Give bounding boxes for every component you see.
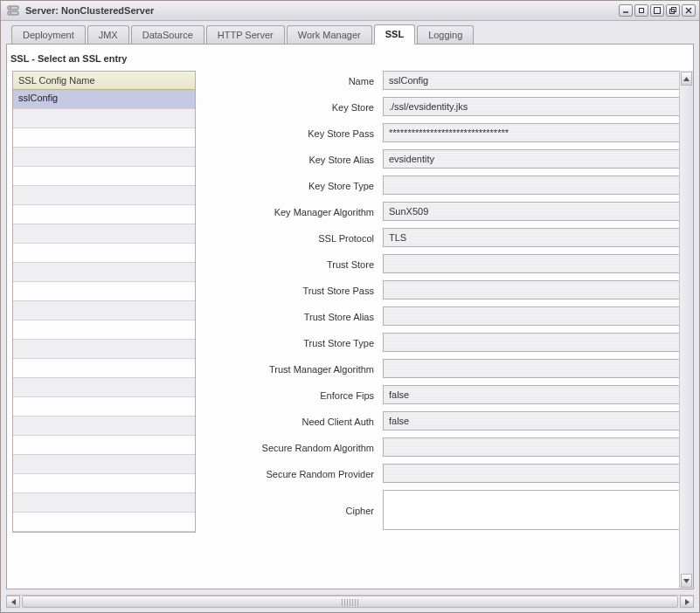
- tab-datasource[interactable]: DataSource: [131, 25, 204, 45]
- form-label: Need Client Auth: [217, 415, 374, 427]
- list-item[interactable]: [13, 513, 195, 532]
- field-key-store[interactable]: [383, 97, 681, 116]
- form-row: Cipher: [217, 490, 681, 530]
- field-key-store-pass[interactable]: [383, 123, 681, 142]
- list-item[interactable]: [13, 493, 195, 513]
- tab-logging[interactable]: Logging: [417, 25, 474, 45]
- field-name[interactable]: [383, 71, 681, 90]
- list-item[interactable]: [13, 417, 195, 436]
- section-title: SSL - Select an SSL entry: [7, 45, 693, 71]
- list-header: SSL Config Name: [13, 72, 195, 90]
- field-key-manager-algorithm[interactable]: [383, 202, 681, 221]
- form-row: Trust Store Type: [217, 333, 681, 352]
- list-item[interactable]: [13, 186, 195, 205]
- svg-marker-14: [685, 599, 690, 605]
- form-label: Key Store Pass: [217, 127, 374, 139]
- maximize-button[interactable]: [650, 4, 664, 17]
- list-item[interactable]: [13, 148, 195, 167]
- form-label: Trust Store Pass: [217, 284, 374, 296]
- form-label: Trust Store Alias: [217, 310, 374, 322]
- form-row: Enforce Fips: [217, 385, 681, 404]
- field-trust-manager-algorithm[interactable]: [383, 359, 681, 378]
- scroll-right-icon[interactable]: [680, 596, 694, 608]
- tab-jmx[interactable]: JMX: [87, 25, 129, 45]
- form-label: Key Manager Algorithm: [217, 205, 374, 217]
- list-item[interactable]: [13, 455, 195, 474]
- field-need-client-auth[interactable]: [383, 411, 681, 430]
- form-label: SSL Protocol: [217, 231, 374, 244]
- list-item[interactable]: sslConfig: [13, 90, 195, 109]
- list-item[interactable]: [13, 205, 195, 224]
- field-secure-random-provider[interactable]: [383, 464, 681, 483]
- detach-button[interactable]: [666, 4, 680, 17]
- tab-work-manager[interactable]: Work Manager: [287, 25, 372, 45]
- form-row: Trust Store Pass: [217, 280, 681, 300]
- form-label: Key Store Alias: [217, 153, 374, 165]
- list-item[interactable]: [13, 244, 195, 263]
- svg-marker-12: [683, 579, 690, 583]
- list-item[interactable]: [13, 263, 195, 282]
- list-item[interactable]: [13, 340, 195, 359]
- window: Server: NonClusteredServer: [0, 0, 700, 613]
- tab-ssl[interactable]: SSL: [374, 24, 415, 45]
- form-row: Key Store: [217, 97, 681, 116]
- tab-http-server[interactable]: HTTP Server: [206, 25, 285, 45]
- field-key-store-alias[interactable]: [383, 149, 681, 169]
- form-label: Cipher: [217, 504, 374, 516]
- field-trust-store-type[interactable]: [383, 333, 681, 352]
- svg-marker-11: [683, 77, 690, 81]
- scroll-area: SSL Config Name sslConfig NameKey StoreK…: [7, 71, 693, 589]
- scroll-down-icon[interactable]: [681, 574, 692, 588]
- scroll-up-icon[interactable]: [681, 72, 692, 86]
- svg-point-2: [10, 7, 11, 9]
- scroll-track[interactable]: [681, 86, 692, 573]
- field-enforce-fips[interactable]: [383, 385, 681, 404]
- list-item[interactable]: [13, 474, 195, 493]
- minimize-button[interactable]: [619, 4, 633, 17]
- list-item[interactable]: [13, 282, 195, 301]
- list-item[interactable]: [13, 436, 195, 455]
- form-row: Trust Store Alias: [217, 306, 681, 326]
- tab-deployment[interactable]: Deployment: [11, 25, 86, 45]
- form-label: Trust Store: [217, 258, 374, 270]
- form-row: Name: [217, 71, 681, 90]
- list-item[interactable]: [13, 378, 195, 397]
- form-label: Key Store Type: [217, 179, 374, 191]
- form-panel: NameKey StoreKey Store PassKey Store Ali…: [217, 71, 688, 537]
- form-label: Trust Store Type: [217, 336, 374, 348]
- field-ssl-protocol[interactable]: [383, 228, 681, 247]
- field-trust-store[interactable]: [383, 254, 681, 273]
- list-item[interactable]: [13, 224, 195, 244]
- list-item[interactable]: [13, 109, 195, 128]
- list-item[interactable]: [13, 128, 195, 148]
- field-trust-store-pass[interactable]: [383, 280, 681, 300]
- tabbar: DeploymentJMXDataSourceHTTP ServerWork M…: [1, 21, 699, 44]
- list-item[interactable]: [13, 397, 195, 417]
- list-item[interactable]: [13, 301, 195, 320]
- svg-point-3: [10, 12, 11, 14]
- field-trust-store-alias[interactable]: [383, 306, 681, 326]
- form-row: Key Store Pass: [217, 123, 681, 142]
- close-button[interactable]: [682, 4, 696, 17]
- restore-button[interactable]: [634, 4, 648, 17]
- form-label: Secure Random Provider: [217, 467, 374, 479]
- form-row: Secure Random Algorithm: [217, 437, 681, 457]
- field-cipher[interactable]: [383, 490, 681, 530]
- list-item[interactable]: [13, 320, 195, 340]
- horizontal-scrollbar[interactable]: [6, 595, 694, 609]
- list-item[interactable]: [13, 167, 195, 186]
- list-item[interactable]: [13, 359, 195, 378]
- list-rows: sslConfig: [13, 90, 195, 532]
- vertical-scrollbar[interactable]: [679, 71, 693, 589]
- field-key-store-type[interactable]: [383, 176, 681, 195]
- content-frame: SSL - Select an SSL entry SSL Config Nam…: [6, 44, 694, 589]
- form-row: SSL Protocol: [217, 228, 681, 247]
- scroll-left-icon[interactable]: [6, 596, 20, 608]
- form-row: Need Client Auth: [217, 411, 681, 430]
- field-secure-random-algorithm[interactable]: [383, 437, 681, 457]
- form-label: Enforce Fips: [217, 389, 374, 401]
- svg-rect-5: [640, 9, 644, 13]
- form-row: Key Store Type: [217, 176, 681, 195]
- scroll-thumb[interactable]: [22, 596, 678, 608]
- form-label: Key Store: [217, 100, 374, 113]
